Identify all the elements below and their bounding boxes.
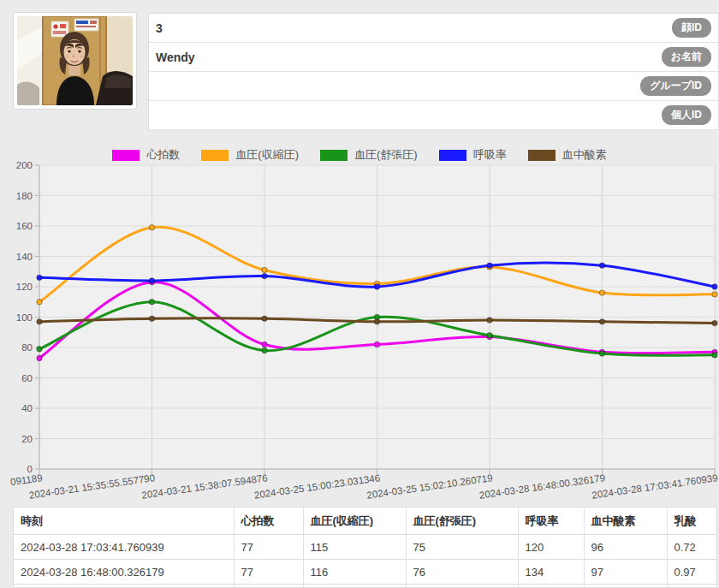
table-cell: 2024-03-28 16:48:00.326179 [14,560,234,585]
data-point [712,284,717,289]
table-header-cell: 呼吸率 [518,508,584,535]
data-point [599,319,604,324]
data-point [487,318,492,323]
field-face-id: 3 顔ID [149,14,718,43]
table-cell [303,585,406,588]
y-tick-label: 140 [16,252,33,262]
face-id-badge: 顔ID [672,18,711,38]
y-tick-label: 180 [16,191,33,201]
data-point [487,333,492,338]
vitals-line-chart: 0204060801001201401601802000911892024-03… [0,141,719,502]
table-cell: 2024-03-28 17:03:41.760939 [14,535,234,560]
y-tick-label: 80 [21,342,33,353]
table-header-cell: 血圧(舒張圧) [406,508,518,535]
data-point [487,263,492,268]
table-cell: 77 [234,560,303,585]
x-tick-label: 2024-03-28 16:48:00.326179 [478,472,606,501]
field-person-id: 個人ID [149,101,718,130]
table-cell [584,585,667,588]
y-tick-label: 200 [16,160,33,170]
data-point [37,319,42,324]
y-tick-label: 40 [21,403,33,413]
table-row: 2024-03-28 17:03:41.7609397711575120960.… [14,535,717,560]
table-row [14,585,717,588]
data-point [262,347,267,353]
vitals-table: 時刻心拍数血圧(収縮圧)血圧(舒張圧)呼吸率血中酸素乳酸 2024-03-28 … [14,508,717,588]
name-badge: お名前 [662,47,711,67]
table-cell [406,585,518,588]
data-point [712,320,717,325]
table-cell [667,585,717,588]
data-point [262,273,267,278]
table-cell: 120 [518,535,584,560]
group-id-badge: グループID [640,76,711,96]
vitals-chart-section: 心拍数血圧(収縮圧)血圧(舒張圧)呼吸率血中酸素 020406080100120… [0,141,719,502]
table-header-cell: 乳酸 [667,508,717,535]
table-cell: 77 [234,535,303,560]
table-cell: 115 [303,535,406,560]
data-point [712,292,717,297]
data-point [149,278,154,283]
table-row: 2024-03-28 16:48:00.3261797711676134970.… [14,560,717,585]
data-point [599,290,604,295]
field-name: Wendy お名前 [149,43,718,72]
data-point [37,275,42,280]
data-point [599,351,604,356]
table-header-cell: 心拍数 [234,508,303,535]
data-point [37,300,42,305]
data-point [712,353,717,358]
table-cell [518,585,584,588]
profile-photo-card [13,12,137,110]
data-point [149,225,154,230]
data-point [149,300,154,305]
table-header-cell: 時刻 [14,508,234,535]
face-id-value: 3 [156,21,672,35]
x-tick-label: 091189 [9,472,43,487]
vitals-table-wrap: 時刻心拍数血圧(収縮圧)血圧(舒張圧)呼吸率血中酸素乳酸 2024-03-28 … [13,507,717,588]
table-header-cell: 血圧(収縮圧) [303,508,406,535]
data-point [149,316,154,321]
field-group-id: グループID [149,72,718,101]
table-cell [234,585,303,588]
x-tick-label: 2024-03-25 15:00:23.031346 [253,472,381,501]
table-cell: 0.72 [667,535,717,560]
table-header-row: 時刻心拍数血圧(収縮圧)血圧(舒張圧)呼吸率血中酸素乳酸 [14,508,717,535]
x-tick-label: 2024-03-25 15:02:10.260719 [366,472,494,501]
y-tick-label: 160 [16,221,33,231]
data-point [262,342,267,347]
data-point [262,316,267,321]
table-cell: 116 [303,560,406,585]
x-tick-label: 2024-03-21 15:38:07.594876 [141,472,269,501]
table-cell: 97 [584,560,667,585]
table-cell: 134 [518,560,584,585]
table-header-cell: 血中酸素 [584,508,667,535]
data-point [374,342,379,347]
profile-fields-panel: 3 顔ID Wendy お名前 グループID 個人ID [148,13,719,130]
table-cell: 76 [406,560,518,585]
data-point [262,267,267,272]
person-id-badge: 個人ID [662,105,711,125]
table-cell: 96 [584,535,667,560]
y-tick-label: 20 [21,434,33,444]
data-point [37,355,42,360]
profile-photo [17,16,133,105]
name-value: Wendy [156,50,662,64]
data-point [599,263,604,268]
y-tick-label: 120 [16,282,33,292]
y-tick-label: 60 [21,373,33,383]
table-cell: 0.97 [667,560,717,585]
x-tick-label: 2024-03-28 17:03:41.760939 [591,472,719,501]
data-point [374,284,379,289]
data-point [374,319,379,324]
table-cell: 75 [406,535,518,560]
data-point [37,347,42,352]
x-tick-label: 2024-03-21 15:35:55.557790 [28,472,156,501]
table-cell [14,585,234,588]
y-tick-label: 100 [16,312,33,323]
y-tick-label: 0 [27,464,33,474]
